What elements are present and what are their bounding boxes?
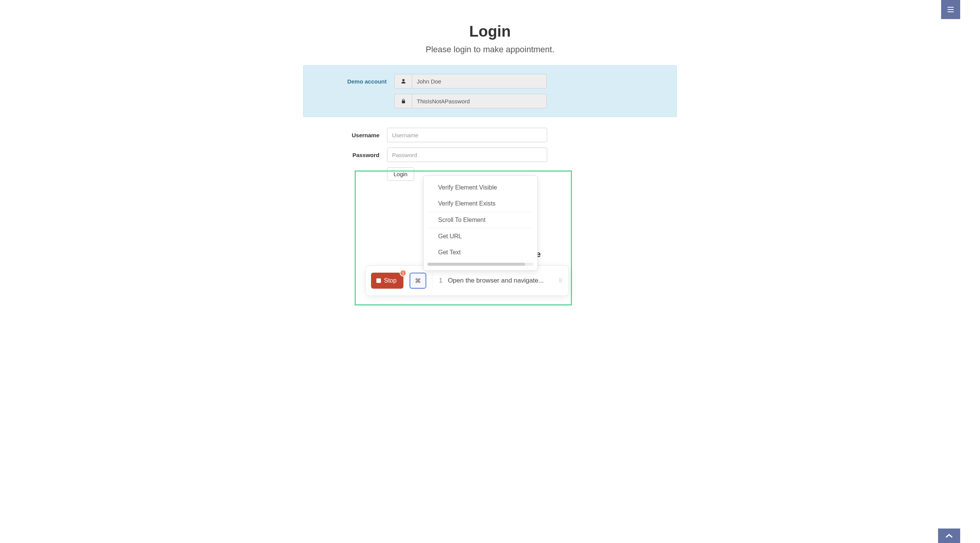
login-button[interactable]: Login <box>387 167 414 181</box>
command-icon: ⌘ <box>415 277 421 284</box>
scroll-top-button[interactable] <box>938 529 960 543</box>
hamburger-menu-button[interactable] <box>941 0 960 19</box>
password-input[interactable] <box>387 148 547 162</box>
password-label: Password <box>303 152 387 158</box>
step-count-badge: 1 <box>400 270 406 276</box>
user-icon <box>394 74 412 88</box>
stop-label: Stop <box>384 277 397 284</box>
stop-button[interactable]: Stop 1 <box>371 273 403 289</box>
menu-get-text[interactable]: Get Text <box>424 244 537 260</box>
menu-scrollbar[interactable] <box>427 263 533 266</box>
hamburger-icon <box>948 7 954 12</box>
page-title: Login <box>303 23 677 40</box>
lock-icon <box>394 94 412 108</box>
menu-scroll-to[interactable]: Scroll To Element <box>424 212 537 228</box>
username-label: Username <box>303 132 387 138</box>
demo-username-group <box>394 74 547 88</box>
action-menu: Verify Element Visible Verify Element Ex… <box>423 175 538 271</box>
divider <box>432 273 433 289</box>
username-input[interactable] <box>387 128 547 142</box>
svg-rect-1 <box>948 9 954 10</box>
stop-icon <box>376 278 381 283</box>
menu-verify-exists[interactable]: Verify Element Exists <box>424 196 537 212</box>
page-lead: Please login to make appointment. <box>303 45 677 55</box>
demo-label: Demo account <box>310 78 394 85</box>
demo-password-field[interactable] <box>412 94 547 108</box>
menu-get-url[interactable]: Get URL <box>424 228 537 244</box>
step-number: 1 <box>439 277 442 284</box>
step-text: Open the browser and navigate... <box>448 277 543 284</box>
svg-rect-2 <box>948 11 954 12</box>
demo-username-field[interactable] <box>412 74 547 88</box>
demo-account-panel: Demo account <box>303 65 677 117</box>
demo-password-group <box>394 94 547 108</box>
drag-handle[interactable]: ⠿ <box>559 278 563 284</box>
menu-verify-visible[interactable]: Verify Element Visible <box>424 180 537 196</box>
chevron-up-icon <box>945 533 953 538</box>
svg-rect-0 <box>948 7 954 8</box>
command-button[interactable]: ⌘ <box>410 273 426 289</box>
step-display: 1 Open the browser and navigate... <box>439 277 553 284</box>
